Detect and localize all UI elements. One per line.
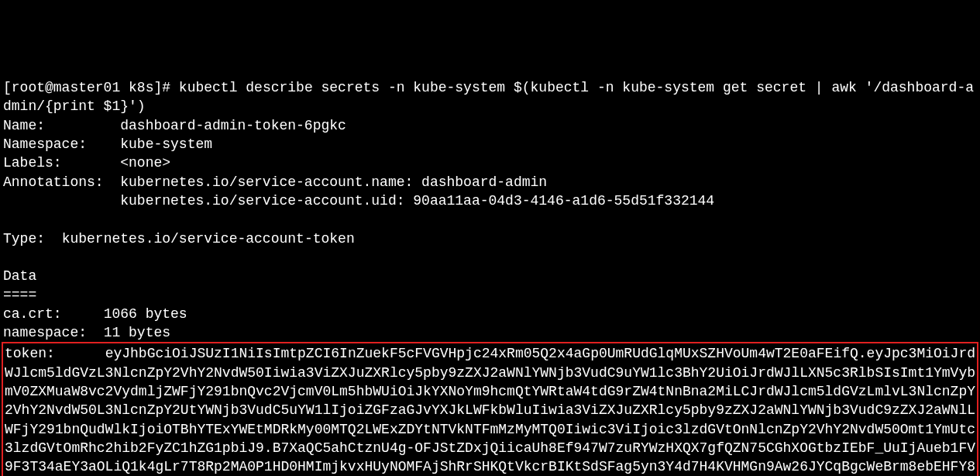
labels-label: Labels: bbox=[3, 155, 62, 171]
terminal-output: [root@master01 k8s]# kubectl describe se… bbox=[3, 78, 977, 342]
data-divider: ==== bbox=[3, 287, 36, 302]
annotations-label: Annotations: bbox=[3, 174, 104, 190]
name-value: dashboard-admin-token-6pgkc bbox=[120, 118, 346, 133]
data-namespace-label: namespace: bbox=[3, 325, 87, 340]
annotations-value-2: kubernetes.io/service-account.uid: 90aa1… bbox=[120, 193, 714, 209]
name-label: Name: bbox=[3, 118, 45, 133]
data-heading: Data bbox=[3, 268, 36, 284]
namespace-value: kube-system bbox=[120, 136, 212, 152]
token-label: token: bbox=[5, 346, 55, 361]
token-highlight-box: token: eyJhbGciOiJSUzI1NiIsImtpZCI6InZue… bbox=[2, 342, 978, 476]
type-label: Type: bbox=[3, 231, 45, 247]
annotations-value-1: kubernetes.io/service-account.name: dash… bbox=[120, 174, 547, 190]
type-value: kubernetes.io/service-account-token bbox=[62, 231, 355, 247]
labels-value: <none> bbox=[120, 155, 170, 171]
ca-crt-value: 1066 bytes bbox=[104, 306, 187, 322]
token-value: eyJhbGciOiJSUzI1NiIsImtpZCI6InZuekF5cFVG… bbox=[5, 346, 975, 476]
ca-crt-label: ca.crt: bbox=[3, 306, 62, 322]
namespace-label: Namespace: bbox=[3, 136, 87, 152]
shell-prompt: [root@master01 k8s]# bbox=[3, 80, 170, 95]
data-namespace-value: 11 bytes bbox=[104, 325, 170, 340]
